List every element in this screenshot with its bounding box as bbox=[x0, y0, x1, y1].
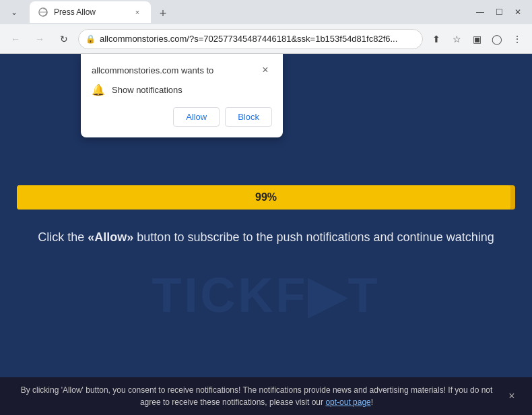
banner-text-before: By clicking 'Allow' button, you consent … bbox=[21, 385, 493, 407]
window-controls-right: — ☐ ✕ bbox=[471, 3, 527, 21]
block-button[interactable]: Block bbox=[225, 107, 272, 127]
back-button[interactable]: ← bbox=[5, 29, 26, 49]
new-tab-button[interactable]: + bbox=[154, 4, 172, 23]
address-text: allcommonstories.com/?s=7025773454874461… bbox=[100, 34, 415, 44]
banner-text: By clicking 'Allow' button, you consent … bbox=[13, 384, 500, 408]
banner-close-button[interactable]: × bbox=[505, 389, 519, 403]
window-controls-left: ⌄ bbox=[5, 3, 23, 21]
active-tab[interactable]: Press Allow × bbox=[30, 1, 151, 23]
title-bar: ⌄ Press Allow × + — ☐ ✕ bbox=[0, 0, 532, 24]
sidebar-icon[interactable]: ▣ bbox=[467, 30, 486, 49]
lock-icon: 🔒 bbox=[86, 34, 96, 44]
tab-close-button[interactable]: × bbox=[132, 7, 143, 18]
minimize-button[interactable]: — bbox=[471, 3, 489, 21]
maximize-button[interactable]: ☐ bbox=[490, 3, 508, 21]
forward-button[interactable]: → bbox=[30, 29, 50, 49]
popup-permission-text: Show notifications bbox=[112, 85, 182, 95]
tab-title: Press Allow bbox=[54, 7, 127, 17]
address-bar[interactable]: 🔒 allcommonstories.com/?s=70257734548744… bbox=[78, 29, 423, 49]
bookmark-icon[interactable]: ☆ bbox=[447, 30, 466, 49]
cta-after: button to subscribe to the push notifica… bbox=[133, 230, 494, 244]
progress-bar-container: 99% bbox=[17, 185, 515, 210]
menu-icon[interactable]: ⋮ bbox=[508, 30, 527, 49]
banner-text-after: ! bbox=[371, 397, 373, 407]
chevron-down-icon[interactable]: ⌄ bbox=[5, 3, 23, 21]
cta-before: Click the bbox=[38, 230, 88, 244]
share-icon[interactable]: ⬆ bbox=[427, 30, 446, 49]
cta-text: Click the «Allow» button to subscribe to… bbox=[38, 228, 494, 247]
opt-out-link[interactable]: opt-out page bbox=[325, 397, 370, 407]
profile-icon[interactable]: ◯ bbox=[488, 30, 506, 49]
toolbar-actions: ⬆ ☆ ▣ ◯ ⋮ bbox=[427, 30, 527, 49]
tab-strip: Press Allow × + bbox=[30, 1, 467, 23]
cta-bold: «Allow» bbox=[88, 230, 133, 244]
popup-header: allcommonstories.com wants to × bbox=[92, 63, 272, 77]
progress-label: 99% bbox=[255, 191, 277, 203]
popup-buttons: Allow Block bbox=[92, 107, 272, 127]
popup-permission-row: 🔔 Show notifications bbox=[92, 84, 272, 96]
popup-site-text: allcommonstories.com wants to bbox=[92, 65, 213, 75]
watermark: TICKF▶T bbox=[0, 267, 532, 323]
close-button[interactable]: ✕ bbox=[509, 3, 527, 21]
page-content: allcommonstories.com wants to × 🔔 Show n… bbox=[0, 54, 532, 377]
toolbar: ← → ↻ 🔒 allcommonstories.com/?s=70257734… bbox=[0, 24, 532, 54]
watermark-text: TICKF▶T bbox=[152, 267, 380, 323]
allow-button[interactable]: Allow bbox=[173, 107, 220, 127]
chrome-window: ⌄ Press Allow × + — ☐ ✕ ← → ↻ 🔒 allcommo… bbox=[0, 0, 532, 415]
tab-favicon bbox=[38, 7, 48, 18]
notification-popup: allcommonstories.com wants to × 🔔 Show n… bbox=[81, 54, 283, 137]
popup-close-button[interactable]: × bbox=[259, 63, 272, 77]
bottom-banner: By clicking 'Allow' button, you consent … bbox=[0, 377, 532, 415]
reload-button[interactable]: ↻ bbox=[54, 29, 74, 49]
bell-icon: 🔔 bbox=[92, 84, 105, 96]
